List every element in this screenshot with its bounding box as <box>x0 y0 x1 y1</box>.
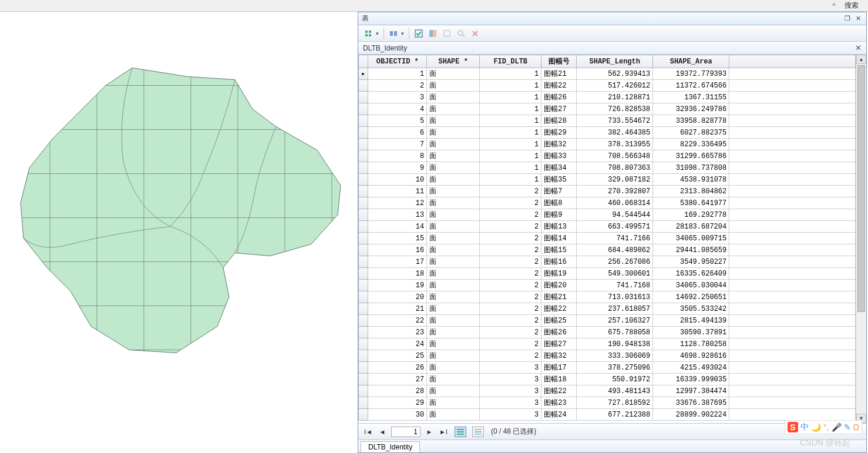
row-selector[interactable] <box>359 338 368 350</box>
cell-area[interactable]: 34065.030044 <box>653 280 729 291</box>
table-row[interactable]: 2面1图幅22517.42601211372.674566 <box>359 80 856 92</box>
ime-mic-icon[interactable]: 🎤 <box>832 422 842 432</box>
table-row[interactable]: 21面2图幅22237.6180573505.533242 <box>359 303 856 315</box>
cell-objectid[interactable]: 9 <box>368 162 427 174</box>
cell-objectid[interactable]: 27 <box>368 374 427 385</box>
cell-fid[interactable]: 2 <box>480 244 541 256</box>
cell-length[interactable]: 727.818592 <box>577 397 653 409</box>
table-row[interactable]: 28面3图幅22493.48114312997.384474 <box>359 385 856 397</box>
table-row[interactable]: 25面2图幅32333.3060694698.928616 <box>359 350 856 362</box>
row-selector[interactable] <box>359 397 368 409</box>
cell-fid[interactable]: 2 <box>480 315 541 327</box>
cell-area[interactable]: 3549.950227 <box>653 256 729 268</box>
column-header-tufu[interactable]: 图幅号 <box>541 55 577 68</box>
cell-area[interactable]: 1128.780258 <box>653 338 729 350</box>
cell-area[interactable]: 28899.902224 <box>653 409 729 421</box>
cell-area[interactable]: 6027.882375 <box>653 127 729 139</box>
cell-length[interactable]: 257.106327 <box>577 315 653 327</box>
cell-length[interactable]: 460.068314 <box>577 197 653 209</box>
column-header-length[interactable]: SHAPE_Length <box>577 55 653 68</box>
table-row[interactable]: 4面1图幅27726.82853832936.249786 <box>359 103 856 115</box>
cell-shape[interactable]: 面 <box>427 103 480 115</box>
map-canvas[interactable] <box>0 12 358 453</box>
cell-fid[interactable]: 2 <box>480 280 541 291</box>
table-row[interactable]: 6面1图幅29382.4643856027.882375 <box>359 127 856 139</box>
table-row[interactable]: ▸1面1图幅21562.93941319372.779393 <box>359 68 856 80</box>
cell-fid[interactable]: 1 <box>480 103 541 115</box>
cell-fid[interactable]: 1 <box>480 115 541 127</box>
row-selector[interactable] <box>359 115 368 127</box>
row-selector[interactable] <box>359 186 368 197</box>
cell-length[interactable]: 550.91972 <box>577 374 653 385</box>
cell-area[interactable]: 34065.009715 <box>653 233 729 244</box>
cell-shape[interactable]: 面 <box>427 139 480 150</box>
cell-tufu[interactable]: 图幅29 <box>541 127 577 139</box>
cell-area[interactable]: 1367.31155 <box>653 92 729 103</box>
cell-area[interactable]: 4215.493024 <box>653 362 729 374</box>
cell-fid[interactable]: 3 <box>480 397 541 409</box>
cell-tufu[interactable]: 图幅27 <box>541 338 577 350</box>
cell-area[interactable]: 29441.085659 <box>653 244 729 256</box>
cell-shape[interactable]: 面 <box>427 291 480 303</box>
cell-length[interactable]: 708.566348 <box>577 150 653 162</box>
cell-objectid[interactable]: 23 <box>368 327 427 338</box>
cell-objectid[interactable]: 4 <box>368 103 427 115</box>
cell-objectid[interactable]: 8 <box>368 150 427 162</box>
cell-tufu[interactable]: 图幅34 <box>541 162 577 174</box>
table-row[interactable]: 13面2图幅994.544544169.292778 <box>359 209 856 221</box>
cell-tufu[interactable]: 图幅9 <box>541 209 577 221</box>
cell-objectid[interactable]: 11 <box>368 186 427 197</box>
table-row[interactable]: 16面2图幅15684.48986229441.085659 <box>359 244 856 256</box>
cell-objectid[interactable]: 13 <box>368 209 427 221</box>
cell-length[interactable]: 378.313955 <box>577 139 653 150</box>
cell-shape[interactable]: 面 <box>427 233 480 244</box>
cell-shape[interactable]: 面 <box>427 362 480 374</box>
table-row[interactable]: 29面3图幅23727.81859233676.387695 <box>359 397 856 409</box>
cell-tufu[interactable]: 图幅22 <box>541 80 577 92</box>
row-selector[interactable] <box>359 385 368 397</box>
show-all-button[interactable] <box>455 427 466 437</box>
cell-tufu[interactable]: 图幅21 <box>541 291 577 303</box>
cell-shape[interactable]: 面 <box>427 280 480 291</box>
cell-tufu[interactable]: 图幅19 <box>541 268 577 280</box>
table-row[interactable]: 5面1图幅28733.55467233958.828778 <box>359 115 856 127</box>
polygon-feature[interactable] <box>21 68 341 353</box>
cell-area[interactable]: 4698.928616 <box>653 350 729 362</box>
select-by-attributes-icon[interactable] <box>412 27 425 40</box>
row-selector[interactable] <box>359 127 368 139</box>
cell-length[interactable]: 663.499571 <box>577 221 653 233</box>
cell-objectid[interactable]: 5 <box>368 115 427 127</box>
cell-area[interactable]: 2815.494139 <box>653 315 729 327</box>
cell-fid[interactable]: 1 <box>480 68 541 80</box>
cell-fid[interactable]: 2 <box>480 209 541 221</box>
cell-tufu[interactable]: 图幅32 <box>541 350 577 362</box>
table-row[interactable]: 18面2图幅19549.30060116335.626409 <box>359 268 856 280</box>
cell-objectid[interactable]: 3 <box>368 92 427 103</box>
row-selector[interactable] <box>359 209 368 221</box>
cell-area[interactable]: 19372.779393 <box>653 68 729 80</box>
cell-objectid[interactable]: 25 <box>368 350 427 362</box>
last-record-button[interactable]: ►I <box>438 427 449 437</box>
layer-tab[interactable]: DLTB_Identity <box>361 441 420 452</box>
cell-objectid[interactable]: 12 <box>368 197 427 209</box>
cell-fid[interactable]: 2 <box>480 197 541 209</box>
row-selector[interactable] <box>359 256 368 268</box>
column-header-area[interactable]: SHAPE_Area <box>653 55 729 68</box>
cell-fid[interactable]: 2 <box>480 233 541 244</box>
cell-length[interactable]: 741.7166 <box>577 233 653 244</box>
cell-shape[interactable]: 面 <box>427 350 480 362</box>
cell-objectid[interactable]: 29 <box>368 397 427 409</box>
cell-area[interactable]: 28183.687204 <box>653 221 729 233</box>
map-view[interactable] <box>0 12 358 453</box>
row-selector[interactable] <box>359 92 368 103</box>
cell-tufu[interactable]: 图幅15 <box>541 244 577 256</box>
cell-objectid[interactable]: 10 <box>368 174 427 186</box>
window-restore-icon[interactable]: ❐ <box>843 15 852 23</box>
window-close-icon[interactable]: ✕ <box>853 15 863 23</box>
table-row[interactable]: 20面2图幅21713.03161314692.250651 <box>359 291 856 303</box>
cell-length[interactable]: 190.948138 <box>577 338 653 350</box>
cell-length[interactable]: 382.464385 <box>577 127 653 139</box>
cell-area[interactable]: 169.292778 <box>653 209 729 221</box>
cell-objectid[interactable]: 21 <box>368 303 427 315</box>
cell-shape[interactable]: 面 <box>427 315 480 327</box>
